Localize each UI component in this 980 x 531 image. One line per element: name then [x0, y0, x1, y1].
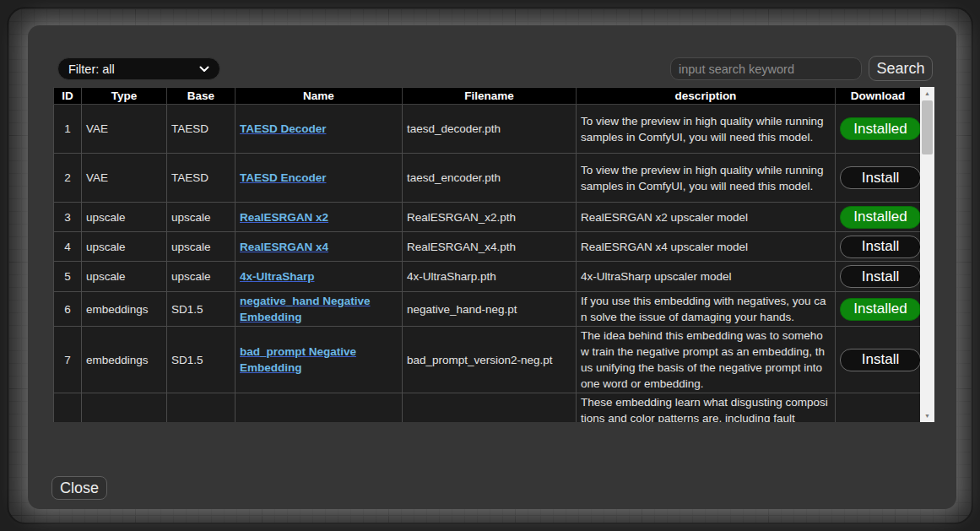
cell-name: bad_prompt Negative Embedding [236, 327, 403, 393]
model-name-link[interactable]: RealESRGAN x2 [240, 211, 328, 224]
installed-button[interactable]: Installed [840, 117, 921, 140]
cell-id: 3 [54, 203, 82, 232]
cell-id: 2 [54, 154, 82, 203]
cell-name: 4x-UltraSharp [236, 262, 403, 292]
cell-download: Install [836, 327, 921, 393]
cell-base: SD1.5 [167, 327, 236, 393]
cell-base: TAESD [167, 154, 236, 203]
table-header-row: IDTypeBaseNameFilenamedescriptionDownloa… [54, 88, 921, 105]
cell-download: Installed [836, 292, 921, 327]
column-header-download: Download [836, 88, 921, 105]
table-scrollbar[interactable]: ▲ ▼ [920, 87, 934, 422]
cell-description: RealESRGAN x2 upscaler model [577, 203, 836, 232]
cell-description: The idea behind this embedding was to so… [577, 327, 836, 393]
cell-base [167, 393, 236, 423]
install-button[interactable]: Install [840, 265, 921, 288]
model-table-body: 1VAETAESDTAESD Decodertaesd_decoder.pthT… [54, 105, 921, 423]
model-name-link[interactable]: bad_prompt Negative Embedding [240, 345, 356, 374]
table-row: 2VAETAESDTAESD Encodertaesd_encoder.pthT… [54, 154, 921, 203]
cell-base: upscale [167, 262, 236, 292]
cell-id [54, 393, 82, 423]
table-row: 1VAETAESDTAESD Decodertaesd_decoder.pthT… [54, 105, 921, 154]
table-row: These embedding learn what disgusting co… [54, 393, 921, 423]
install-button[interactable]: Install [840, 236, 921, 258]
install-button[interactable]: Install [840, 166, 921, 189]
model-name-link[interactable]: 4x-UltraSharp [240, 270, 315, 283]
chevron-down-icon [199, 66, 209, 73]
cell-filename: bad_prompt_version2-neg.pt [403, 327, 577, 393]
cell-filename: 4x-UltraSharp.pth [403, 262, 577, 292]
cell-base: TAESD [167, 105, 236, 154]
table-row: 5upscaleupscale4x-UltraSharp4x-UltraShar… [54, 262, 921, 292]
column-header-filename: Filename [403, 88, 577, 105]
filter-select[interactable]: Filter: all [57, 57, 220, 80]
model-name-link[interactable]: TAESD Decoder [240, 122, 327, 135]
scrollbar-up-icon[interactable]: ▲ [920, 87, 934, 100]
table-row: 6embeddingsSD1.5negative_hand Negative E… [54, 292, 921, 327]
cell-description: To view the preview in high quality whil… [577, 154, 836, 203]
cell-name [236, 393, 403, 423]
cell-name: RealESRGAN x4 [236, 232, 403, 262]
search-button[interactable]: Search [869, 56, 933, 81]
scrollbar-down-icon[interactable]: ▼ [920, 409, 934, 422]
cell-description: To view the preview in high quality whil… [577, 105, 836, 154]
search-input[interactable] [670, 57, 862, 80]
table-row: 4upscaleupscaleRealESRGAN x4RealESRGAN_x… [54, 232, 921, 262]
model-name-link[interactable]: negative_hand Negative Embedding [240, 295, 371, 323]
cell-type: embeddings [82, 292, 167, 327]
cell-type [82, 393, 167, 423]
cell-filename: taesd_decoder.pth [403, 105, 577, 154]
cell-name: RealESRGAN x2 [236, 203, 403, 232]
model-name-link[interactable]: TAESD Encoder [240, 171, 327, 184]
cell-type: upscale [82, 262, 167, 292]
cell-download: Install [836, 262, 921, 292]
cell-description: RealESRGAN x4 upscaler model [577, 232, 836, 262]
cell-type: upscale [82, 232, 167, 262]
cell-download: Installed [836, 203, 921, 232]
cell-filename: negative_hand-neg.pt [403, 292, 577, 327]
cell-download: Install [836, 232, 921, 262]
model-table: IDTypeBaseNameFilenamedescriptionDownloa… [53, 87, 921, 422]
scrollbar-thumb[interactable] [922, 100, 933, 154]
cell-id: 5 [54, 262, 82, 292]
column-header-base: Base [167, 88, 236, 105]
installed-button[interactable]: Installed [840, 206, 921, 229]
cell-download: Installed [836, 105, 921, 154]
installed-button[interactable]: Installed [840, 298, 921, 321]
cell-filename [403, 393, 577, 423]
cell-type: VAE [82, 105, 167, 154]
cell-type: VAE [82, 154, 167, 203]
cell-id: 6 [54, 292, 82, 327]
column-header-type: Type [82, 88, 167, 105]
cell-type: embeddings [82, 327, 167, 393]
column-header-id: ID [54, 88, 82, 105]
cell-id: 1 [54, 105, 82, 154]
column-header-description: description [577, 88, 836, 105]
cell-name: TAESD Decoder [236, 105, 403, 154]
filter-select-value: Filter: all [68, 62, 115, 76]
cell-description: 4x-UltraSharp upscaler model [577, 262, 836, 292]
cell-download: Install [836, 154, 921, 203]
cell-base: upscale [167, 203, 236, 232]
cell-base: SD1.5 [167, 292, 236, 327]
cell-description: These embedding learn what disgusting co… [577, 393, 836, 423]
install-models-dialog: Filter: all Search IDTypeBaseNameFilenam… [28, 25, 956, 509]
cell-name: negative_hand Negative Embedding [236, 292, 403, 327]
cell-download [836, 393, 921, 423]
column-header-name: Name [236, 88, 403, 105]
cell-id: 4 [54, 232, 82, 262]
close-button[interactable]: Close [51, 476, 107, 500]
model-name-link[interactable]: RealESRGAN x4 [240, 241, 328, 253]
cell-id: 7 [54, 327, 82, 393]
cell-filename: taesd_encoder.pth [403, 154, 577, 203]
cell-description: If you use this embedding with negatives… [577, 292, 836, 327]
cell-type: upscale [82, 203, 167, 232]
model-table-area: IDTypeBaseNameFilenamedescriptionDownloa… [53, 87, 934, 422]
cell-filename: RealESRGAN_x4.pth [403, 232, 577, 262]
table-row: 7embeddingsSD1.5bad_prompt Negative Embe… [54, 327, 921, 393]
table-row: 3upscaleupscaleRealESRGAN x2RealESRGAN_x… [54, 203, 921, 232]
cell-name: TAESD Encoder [236, 154, 403, 203]
cell-filename: RealESRGAN_x2.pth [403, 203, 577, 232]
install-button[interactable]: Install [840, 349, 921, 371]
cell-base: upscale [167, 232, 236, 262]
